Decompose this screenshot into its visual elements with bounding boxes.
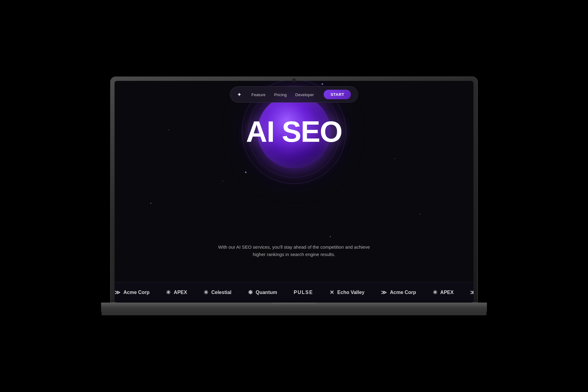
acme-corp-icon-3: ≫	[470, 289, 473, 296]
quantum-label-1: Quantum	[256, 290, 277, 295]
brand-celestial-1: ✳ Celestial	[204, 289, 232, 296]
brand-apex-2: ✳ APEX	[433, 289, 454, 296]
apex-label-2: APEX	[440, 290, 454, 295]
brand-quantum-1: ❋ Quantum	[248, 289, 277, 296]
acme-corp-icon-1: ≫	[115, 289, 120, 296]
hero-title: AI SEO	[246, 117, 342, 146]
camera-notch	[292, 78, 296, 82]
ring-dot-1	[322, 83, 323, 85]
laptop-base	[101, 303, 487, 315]
pulse-label-1: PULSE	[294, 290, 313, 295]
apex-icon-1: ✳	[166, 289, 171, 296]
ring-dot-2	[245, 172, 247, 173]
hero-subtitle: With our AI SEO services, you'll stay ah…	[217, 243, 371, 258]
brand-acme-corp-3: ≫ Acme Corp	[470, 289, 473, 296]
brand-echo-valley-1: ✕ Echo Valley	[330, 289, 364, 296]
screen-content: ✦ Feature Pricing Developer START	[115, 81, 473, 303]
acme-corp-label-1: Acme Corp	[123, 290, 149, 295]
acme-corp-label-2: Acme Corp	[390, 290, 416, 295]
echo-valley-label-1: Echo Valley	[337, 290, 364, 295]
brand-apex-1: ✳ APEX	[166, 289, 187, 296]
laptop-mockup: ✦ Feature Pricing Developer START	[110, 77, 478, 315]
echo-valley-icon-1: ✕	[330, 289, 334, 296]
hero-section: AI SEO With our AI SEO services, you'll …	[115, 81, 473, 258]
celestial-icon-1: ✳	[204, 289, 208, 296]
brand-acme-corp-2: ≫ Acme Corp	[381, 289, 416, 296]
brand-pulse-1: PULSE	[294, 290, 313, 295]
nav-logo-icon: ✦	[237, 91, 242, 98]
pricing-link[interactable]: Pricing	[274, 92, 287, 97]
nav-link-feature[interactable]: Feature	[251, 92, 266, 97]
brand-acme-corp-1: ≫ Acme Corp	[115, 289, 149, 296]
acme-corp-icon-2: ≫	[381, 289, 387, 296]
apex-icon-2: ✳	[433, 289, 437, 296]
celestial-label-1: Celestial	[211, 290, 232, 295]
apex-label-1: APEX	[174, 290, 187, 295]
nav-link-developer[interactable]: Developer	[295, 92, 314, 97]
brands-track: ≫ Acme Corp ✳ APEX ✳ Celestial ❋ Quantum	[115, 289, 473, 296]
brands-bar: ≫ Acme Corp ✳ APEX ✳ Celestial ❋ Quantum	[115, 282, 473, 303]
laptop-screen-frame: ✦ Feature Pricing Developer START	[110, 77, 478, 303]
nav-links: Feature Pricing Developer	[251, 92, 314, 97]
start-button[interactable]: START	[324, 90, 351, 99]
navbar: ✦ Feature Pricing Developer START	[230, 86, 358, 103]
developer-link[interactable]: Developer	[295, 92, 314, 97]
feature-link[interactable]: Feature	[251, 92, 266, 97]
quantum-icon-1: ❋	[248, 289, 253, 296]
nav-link-pricing[interactable]: Pricing	[274, 92, 287, 97]
